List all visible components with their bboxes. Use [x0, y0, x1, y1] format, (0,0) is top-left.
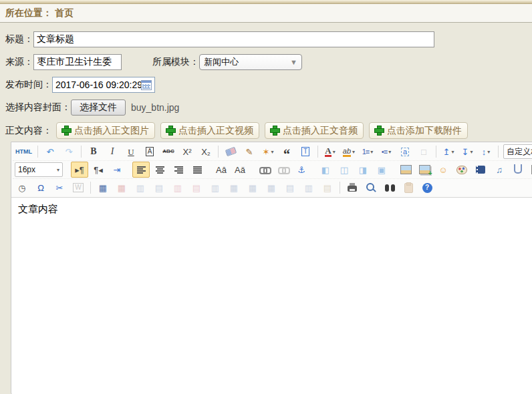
remove-format-icon[interactable]	[222, 144, 239, 160]
font-size-combo-value: 16px	[18, 165, 35, 174]
align-center-icon[interactable]	[151, 162, 168, 178]
subscript-icon: X₂	[201, 148, 211, 156]
insert-table-icon[interactable]: ▦	[94, 180, 112, 196]
image-float-none-icon[interactable]: ▣	[373, 162, 390, 178]
subscript-icon[interactable]: X₂	[197, 144, 215, 160]
paragraph-space-bottom-icon[interactable]: ↧▾	[458, 144, 476, 160]
ordered-list-icon[interactable]: 1≡▾	[359, 144, 376, 160]
ordered-list-icon: 1≡	[362, 148, 370, 156]
link-icon	[259, 167, 269, 172]
auto-typeset-icon[interactable]: ✶▾	[259, 144, 277, 160]
body-content-row: 正文内容： 点击插入正文图片点击插入正文视频点击插入正文音频点击添加下载附件	[5, 122, 532, 139]
image-float-left-icon[interactable]: ◧	[317, 162, 334, 178]
print-icon[interactable]	[344, 180, 361, 196]
image-float-center-icon: ◫	[340, 166, 348, 174]
blockquote-icon[interactable]: “	[278, 144, 295, 160]
format-brush-icon[interactable]: ✎	[241, 144, 258, 160]
select-all-icon: a	[401, 148, 409, 156]
source-input[interactable]	[33, 54, 122, 70]
align-justify-icon[interactable]	[188, 162, 206, 178]
rtl-paragraph-icon: ¶◂	[94, 166, 103, 174]
delete-col-icon: ▥	[211, 184, 219, 192]
anchor-icon[interactable]: ⚓	[293, 162, 310, 178]
font-size-combo[interactable]: 16px▾	[15, 162, 63, 177]
to-uppercase-icon[interactable]: Aâ	[213, 162, 230, 178]
to-lowercase-icon[interactable]: Aǎ	[231, 162, 249, 178]
insert-video-icon[interactable]	[472, 162, 489, 178]
bold-icon[interactable]: B	[85, 144, 102, 160]
search-replace-icon[interactable]	[381, 180, 398, 196]
insert-row-icon: ▤	[150, 180, 168, 196]
image-float-right-icon[interactable]: ◨	[354, 162, 372, 178]
underline-icon: U	[128, 148, 134, 156]
insert-image-icon[interactable]	[397, 162, 414, 178]
screenshot-icon[interactable]: ✂	[51, 180, 68, 196]
toolbar-separator	[498, 146, 499, 158]
superscript-icon[interactable]: X²	[178, 144, 196, 160]
emotion-icon[interactable]: ☺	[434, 162, 452, 178]
source-code-button: HTML	[15, 149, 32, 155]
undo-icon[interactable]: ↶	[41, 144, 59, 160]
special-chars-icon[interactable]: Ω	[32, 180, 49, 196]
editor-content[interactable]: 文章内容	[11, 198, 532, 394]
breadcrumb-home-link[interactable]: 首页	[55, 7, 74, 18]
scrawl-icon[interactable]	[453, 162, 471, 178]
multi-image-upload-icon[interactable]	[416, 162, 433, 178]
merge-cells-icon: ▦	[263, 180, 280, 196]
indent-icon[interactable]: ⇥	[108, 162, 126, 178]
image-float-center-icon[interactable]: ◫	[336, 162, 353, 178]
first-line-indent-icon[interactable]: ▸¶	[71, 162, 88, 178]
insert-button-1[interactable]: 点击插入正文图片	[56, 122, 155, 139]
module-select[interactable]: 新闻中心 ▼	[199, 54, 302, 70]
indent-icon: ⇥	[114, 166, 121, 174]
attachment-icon[interactable]	[509, 162, 527, 178]
calendar-icon[interactable]	[141, 80, 152, 90]
insert-button-3[interactable]: 点击插入正文音频	[265, 122, 364, 139]
align-center-icon	[156, 166, 164, 174]
paragraph-space-top-icon[interactable]: ↥▾	[440, 144, 457, 160]
rtl-paragraph-icon[interactable]: ¶◂	[90, 162, 107, 178]
help-icon[interactable]: ?	[418, 180, 436, 196]
screenshot-icon: ✂	[56, 184, 63, 192]
select-all-icon[interactable]: a	[396, 144, 414, 160]
align-left-icon[interactable]	[132, 162, 150, 178]
redo-icon: ↷	[60, 144, 78, 160]
insert-music-icon[interactable]: ♫	[491, 162, 508, 178]
insert-col-icon: ▥	[169, 180, 186, 196]
font-color-icon[interactable]: A▾	[321, 144, 339, 160]
redo-icon: ↷	[65, 148, 73, 156]
line-height-icon[interactable]: ↕▾	[477, 144, 495, 160]
italic-icon[interactable]: I	[104, 144, 121, 160]
breadcrumb: 所在位置：首页	[0, 4, 532, 23]
background-color-icon[interactable]: ab▾	[340, 144, 358, 160]
format-brush-icon: ✎	[246, 148, 253, 156]
link-icon[interactable]	[255, 162, 273, 178]
paste-plain-icon[interactable]: T	[297, 144, 314, 160]
paragraph-format-combo[interactable]: 自定义标题▾	[503, 144, 532, 159]
module-select-value: 新闻中心	[204, 56, 239, 68]
search-replace-icon	[385, 184, 395, 192]
font-border-icon[interactable]: A	[141, 144, 158, 160]
module-label: 所属模块：	[152, 56, 199, 68]
to-uppercase-icon: Aâ	[216, 166, 227, 174]
italic-icon: I	[111, 147, 114, 156]
insert-button-4[interactable]: 点击添加下载附件	[369, 122, 468, 139]
unordered-list-icon[interactable]: •≡▾	[378, 144, 395, 160]
date-time-icon[interactable]: ◷	[13, 180, 31, 196]
chevron-down-icon: ▾	[470, 149, 473, 155]
insert-map-icon[interactable]	[528, 162, 532, 178]
strikethrough-icon[interactable]: ABC	[160, 144, 177, 160]
choose-file-button[interactable]: 选择文件	[71, 100, 126, 116]
title-input[interactable]	[33, 31, 434, 47]
paste-plain-icon: T	[301, 147, 309, 156]
align-right-icon[interactable]	[170, 162, 187, 178]
underline-icon[interactable]: U	[122, 144, 140, 160]
insert-table-icon: ▦	[99, 184, 107, 192]
publish-time-input[interactable]	[55, 79, 141, 90]
insert-button-2[interactable]: 点击插入正文视频	[160, 122, 259, 139]
merge-right-icon: ▦	[230, 184, 238, 192]
publish-time-row: 发布时间：	[5, 77, 532, 93]
split-cols-icon: ▥	[305, 184, 313, 192]
preview-icon[interactable]	[362, 180, 380, 196]
source-code-button[interactable]: HTML	[13, 144, 34, 160]
